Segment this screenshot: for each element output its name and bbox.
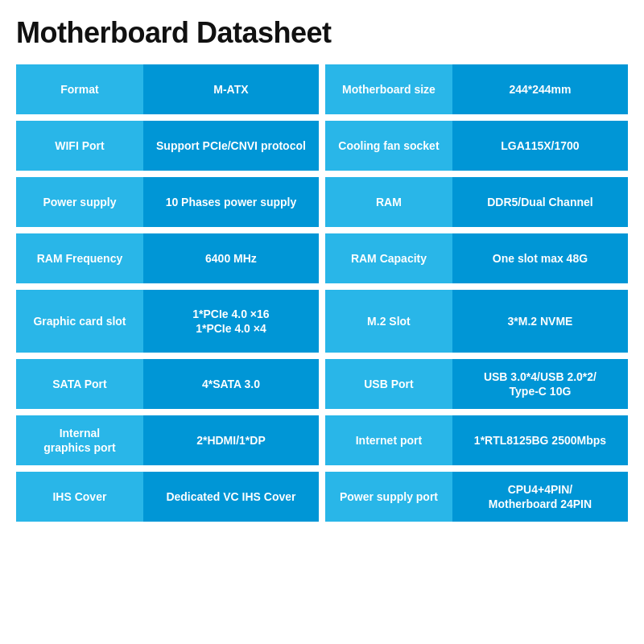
cell-label: Format — [16, 64, 143, 114]
cell-label: USB Port — [325, 359, 452, 409]
cell-label: SATA Port — [16, 359, 143, 409]
cell-value: One slot max 48G — [452, 233, 628, 283]
cell-label: IHS Cover — [16, 472, 143, 522]
cell-label: Graphic card slot — [16, 290, 143, 353]
table-row: M.2 Slot3*M.2 NVME — [325, 290, 628, 353]
page-title: Motherboard Datasheet — [16, 16, 628, 50]
cell-label: RAM Capacity — [325, 233, 452, 283]
table-row: Power supply portCPU4+4PIN/ Motherboard … — [325, 472, 628, 522]
cell-label: RAM Frequency — [16, 233, 143, 283]
cell-value: LGA115X/1700 — [452, 121, 628, 171]
table-row: Graphic card slot1*PCIe 4.0 ×16 1*PCIe 4… — [16, 290, 319, 353]
cell-value: CPU4+4PIN/ Motherboard 24PIN — [452, 472, 628, 522]
cell-value: DDR5/Dual Channel — [452, 177, 628, 227]
cell-value: 1*PCIe 4.0 ×16 1*PCIe 4.0 ×4 — [143, 290, 319, 353]
table-row: Internet port1*RTL8125BG 2500Mbps — [325, 415, 628, 465]
cell-label: Power supply — [16, 177, 143, 227]
cell-label: M.2 Slot — [325, 290, 452, 353]
cell-value: 6400 MHz — [143, 233, 319, 283]
table-row: Power supply10 Phases power supply — [16, 177, 319, 227]
table-row: RAMDDR5/Dual Channel — [325, 177, 628, 227]
table-row: WIFI PortSupport PCIe/CNVI protocol — [16, 121, 319, 171]
table-row: RAM Frequency6400 MHz — [16, 233, 319, 283]
table-row: IHS CoverDedicated VC IHS Cover — [16, 472, 319, 522]
table-row: RAM CapacityOne slot max 48G — [325, 233, 628, 283]
cell-value: 4*SATA 3.0 — [143, 359, 319, 409]
cell-label: Cooling fan socket — [325, 121, 452, 171]
cell-value: M-ATX — [143, 64, 319, 114]
table-row: Cooling fan socketLGA115X/1700 — [325, 121, 628, 171]
cell-value: 1*RTL8125BG 2500Mbps — [452, 415, 628, 465]
cell-label: Internet port — [325, 415, 452, 465]
table-row: Motherboard size244*244mm — [325, 64, 628, 114]
cell-label: Motherboard size — [325, 64, 452, 114]
cell-label: WIFI Port — [16, 121, 143, 171]
cell-value: 3*M.2 NVME — [452, 290, 628, 353]
cell-value: USB 3.0*4/USB 2.0*2/ Type-C 10G — [452, 359, 628, 409]
cell-value: 244*244mm — [452, 64, 628, 114]
cell-label: Power supply port — [325, 472, 452, 522]
cell-label: Internal graphics port — [16, 415, 143, 465]
datasheet-grid: FormatM-ATXMotherboard size244*244mmWIFI… — [16, 64, 628, 522]
table-row: Internal graphics port2*HDMI/1*DP — [16, 415, 319, 465]
cell-value: 10 Phases power supply — [143, 177, 319, 227]
table-row: SATA Port4*SATA 3.0 — [16, 359, 319, 409]
cell-value: 2*HDMI/1*DP — [143, 415, 319, 465]
table-row: FormatM-ATX — [16, 64, 319, 114]
table-row: USB PortUSB 3.0*4/USB 2.0*2/ Type-C 10G — [325, 359, 628, 409]
cell-label: RAM — [325, 177, 452, 227]
cell-value: Support PCIe/CNVI protocol — [143, 121, 319, 171]
cell-value: Dedicated VC IHS Cover — [143, 472, 319, 522]
